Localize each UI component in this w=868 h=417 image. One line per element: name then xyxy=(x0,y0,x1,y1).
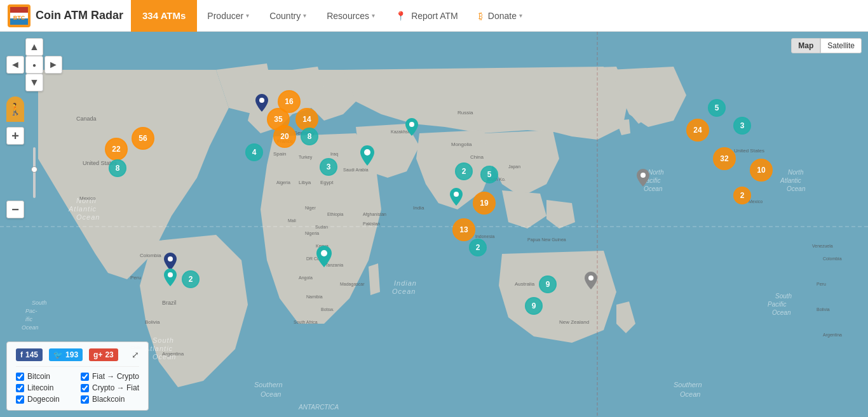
litecoin-filter[interactable]: Litecoin xyxy=(16,383,74,392)
cluster-marker[interactable]: 9 xyxy=(539,275,557,293)
cluster-marker[interactable]: 5 xyxy=(708,99,726,117)
pan-up-button[interactable]: ▲ xyxy=(25,38,43,56)
svg-text:Argentina: Argentina xyxy=(162,351,184,357)
crypto-fiat-label: Crypto → Fiat xyxy=(92,383,139,392)
cluster-marker[interactable]: 8 xyxy=(301,128,318,145)
nav-report-atm[interactable]: 📍 Report ATM xyxy=(385,0,468,32)
bitcoin-checkbox[interactable] xyxy=(16,373,24,381)
dogecoin-checkbox[interactable] xyxy=(16,395,24,404)
svg-text:Southern: Southern xyxy=(674,381,702,388)
svg-text:New Zealand: New Zealand xyxy=(559,319,589,325)
svg-text:South Africa: South Africa xyxy=(294,320,318,324)
svg-text:Saudi Arabia: Saudi Arabia xyxy=(343,168,369,172)
cluster-marker[interactable]: 9 xyxy=(525,297,543,315)
litecoin-checkbox[interactable] xyxy=(16,384,24,392)
nav-country[interactable]: Country ▾ xyxy=(259,0,316,32)
svg-text:Bolivia: Bolivia xyxy=(145,319,160,325)
cluster-marker[interactable]: 56 xyxy=(132,127,154,150)
crypto-fiat-checkbox[interactable] xyxy=(81,384,89,392)
cluster-marker[interactable]: 2 xyxy=(733,187,751,204)
pan-right-button[interactable]: ► xyxy=(44,56,62,74)
legend-social: f 145 🐦 193 g+ 23 ⤢ xyxy=(16,348,139,367)
map-container[interactable]: North Atlantic Ocean South Atlantic Ocea… xyxy=(0,32,868,417)
chevron-down-icon: ▾ xyxy=(246,12,249,19)
svg-text:Colombia: Colombia xyxy=(823,256,842,261)
nav-donate[interactable]: ₿ Donate ▾ xyxy=(468,0,532,32)
pan-left-button[interactable]: ◄ xyxy=(6,56,24,74)
crypto-fiat-filter[interactable]: Crypto → Fiat xyxy=(81,383,139,392)
atm-pin[interactable] xyxy=(316,246,332,270)
googleplus-share-button[interactable]: g+ 23 xyxy=(89,348,118,361)
twitter-share-button[interactable]: 🐦 193 xyxy=(49,348,83,361)
svg-text:Botsw.: Botsw. xyxy=(321,307,334,312)
bitcoin-filter[interactable]: Bitcoin xyxy=(16,372,74,381)
cluster-marker[interactable]: 20 xyxy=(273,125,296,148)
cluster-marker[interactable]: 13 xyxy=(452,218,475,241)
svg-text:Sudan: Sudan xyxy=(315,225,328,229)
logo-area: BTC Coin ATM Radar xyxy=(0,4,131,27)
nav-producer[interactable]: Producer ▾ xyxy=(197,0,259,32)
map-view-button[interactable]: Map xyxy=(791,38,820,53)
svg-text:Mongolia: Mongolia xyxy=(451,142,472,147)
fiat-crypto-checkbox[interactable] xyxy=(81,373,89,381)
atm-pin[interactable] xyxy=(164,268,177,289)
expand-legend-button[interactable]: ⤢ xyxy=(132,350,139,360)
atm-pin[interactable] xyxy=(360,145,374,168)
atm-pin[interactable] xyxy=(637,169,649,189)
svg-text:Bolivia: Bolivia xyxy=(817,307,830,312)
logo-icon: BTC xyxy=(8,4,31,27)
svg-text:North: North xyxy=(788,169,804,176)
svg-text:Japan: Japan xyxy=(508,164,520,169)
pegman-button[interactable]: 🚶 xyxy=(6,96,24,122)
facebook-share-button[interactable]: f 145 xyxy=(16,348,43,361)
cluster-marker[interactable]: 2 xyxy=(182,270,200,288)
blackcoin-checkbox[interactable] xyxy=(81,395,89,404)
cluster-marker[interactable]: 2 xyxy=(455,162,473,180)
main-nav: Producer ▾ Country ▾ Resources ▾ 📍 Repor… xyxy=(197,0,868,32)
svg-text:North: North xyxy=(648,169,664,176)
twitter-icon: 🐦 xyxy=(53,350,63,359)
cluster-marker[interactable]: 32 xyxy=(713,147,736,170)
svg-text:South: South xyxy=(775,293,792,300)
atm-pin[interactable] xyxy=(405,118,418,138)
svg-text:Iraq: Iraq xyxy=(330,152,338,157)
svg-point-86 xyxy=(364,149,370,156)
atm-count-badge[interactable]: 334 ATMs xyxy=(131,0,197,32)
cluster-marker[interactable]: 4 xyxy=(245,143,263,161)
cluster-marker[interactable]: 22 xyxy=(105,138,128,161)
atm-pin[interactable] xyxy=(585,272,597,292)
blackcoin-filter[interactable]: Blackcoin xyxy=(81,395,139,404)
chevron-down-icon: ▾ xyxy=(519,12,522,19)
atm-pin[interactable] xyxy=(255,94,268,114)
cluster-marker[interactable]: 19 xyxy=(473,192,496,215)
svg-text:Mali: Mali xyxy=(288,218,296,223)
nav-producer-label: Producer xyxy=(207,11,243,21)
fiat-crypto-filter[interactable]: Fiat → Crypto xyxy=(81,372,139,381)
svg-text:Venezuela: Venezuela xyxy=(812,244,833,248)
cluster-marker[interactable]: 10 xyxy=(750,159,773,182)
nav-resources[interactable]: Resources ▾ xyxy=(316,0,385,32)
svg-text:ANTARCTICA: ANTARCTICA xyxy=(298,404,339,411)
pan-reset-button[interactable]: ● xyxy=(25,56,43,74)
litecoin-label: Litecoin xyxy=(27,383,53,392)
cluster-marker[interactable]: 8 xyxy=(109,159,126,177)
svg-text:Papua New Guinea: Papua New Guinea xyxy=(527,237,566,242)
map-controls: ▲ ◄ ● ► ▼ 🚶 + − xyxy=(6,38,62,218)
chevron-down-icon: ▾ xyxy=(372,12,375,19)
zoom-in-button[interactable]: + xyxy=(6,127,24,145)
svg-text:Mexico: Mexico xyxy=(79,195,96,201)
svg-text:Peru: Peru xyxy=(130,275,141,281)
satellite-view-button[interactable]: Satellite xyxy=(820,38,862,53)
svg-text:Egypt: Egypt xyxy=(320,180,334,185)
cluster-marker[interactable]: 3 xyxy=(320,158,337,176)
cluster-marker[interactable]: 5 xyxy=(480,166,498,183)
svg-text:Indian: Indian xyxy=(394,279,417,287)
atm-pin[interactable] xyxy=(450,188,463,208)
zoom-out-button[interactable]: − xyxy=(6,201,24,218)
svg-text:Ocean: Ocean xyxy=(261,390,281,398)
pan-down-button[interactable]: ▼ xyxy=(25,74,43,91)
cluster-marker[interactable]: 24 xyxy=(686,119,709,142)
dogecoin-filter[interactable]: Dogecoin xyxy=(16,395,74,404)
cluster-marker[interactable]: 2 xyxy=(469,239,487,256)
cluster-marker[interactable]: 3 xyxy=(733,117,751,135)
